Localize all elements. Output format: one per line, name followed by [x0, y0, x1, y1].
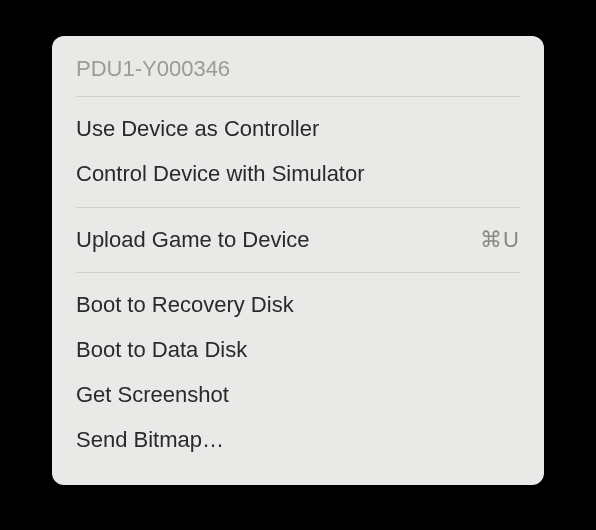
menu-item-label: Use Device as Controller	[76, 114, 520, 145]
menu-item-label: Upload Game to Device	[76, 225, 480, 256]
send-bitmap[interactable]: Send Bitmap…	[52, 418, 544, 463]
use-device-as-controller[interactable]: Use Device as Controller	[52, 107, 544, 152]
menu-item-label: Boot to Data Disk	[76, 335, 520, 366]
menu-group: Upload Game to Device ⌘U	[52, 214, 544, 273]
menu-item-shortcut: ⌘U	[480, 225, 520, 256]
menu-header: PDU1-Y000346	[52, 46, 544, 96]
menu-item-label: Send Bitmap…	[76, 425, 520, 456]
menu-group: Boot to Recovery Disk Boot to Data Disk …	[52, 279, 544, 472]
menu-separator	[76, 272, 520, 273]
get-screenshot[interactable]: Get Screenshot	[52, 373, 544, 418]
boot-to-data-disk[interactable]: Boot to Data Disk	[52, 328, 544, 373]
boot-to-recovery-disk[interactable]: Boot to Recovery Disk	[52, 283, 544, 328]
upload-game-to-device[interactable]: Upload Game to Device ⌘U	[52, 218, 544, 263]
menu-item-label: Control Device with Simulator	[76, 159, 520, 190]
control-device-with-simulator[interactable]: Control Device with Simulator	[52, 152, 544, 197]
menu-item-label: Boot to Recovery Disk	[76, 290, 520, 321]
menu-separator	[76, 207, 520, 208]
menu-item-label: Get Screenshot	[76, 380, 520, 411]
menu-separator	[76, 96, 520, 97]
context-menu: PDU1-Y000346 Use Device as Controller Co…	[52, 36, 544, 485]
menu-group: Use Device as Controller Control Device …	[52, 103, 544, 207]
